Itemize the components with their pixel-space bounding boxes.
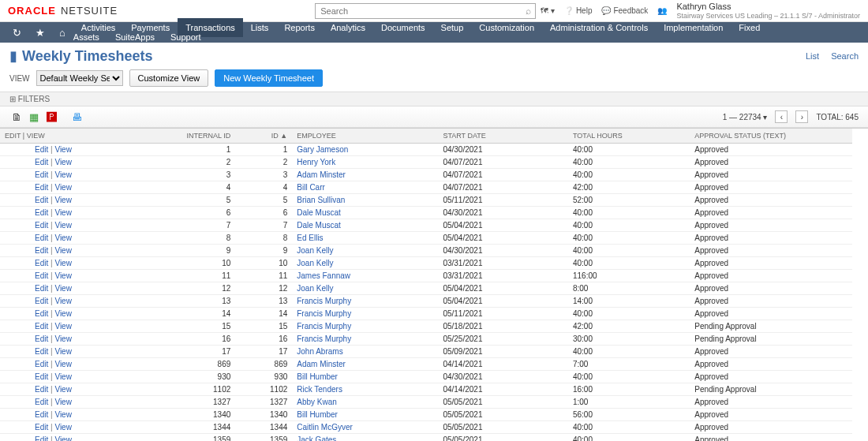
edit-link[interactable]: Edit — [35, 221, 48, 230]
edit-link[interactable]: Edit — [35, 360, 48, 368]
employee-link[interactable]: Francis Murphy — [297, 309, 351, 318]
table-scroll[interactable]: EDIT | VIEW INTERNAL ID ID ▲ EMPLOYEE ST… — [0, 128, 868, 441]
employee-link[interactable]: Dale Muscat — [297, 221, 341, 230]
view-link[interactable]: View — [54, 259, 72, 267]
home-icon[interactable]: ⌂ — [53, 27, 72, 39]
employee-link[interactable]: Francis Murphy — [297, 334, 351, 343]
prev-page-button[interactable]: ‹ — [775, 110, 788, 123]
view-select[interactable]: Default Weekly Search — [36, 70, 123, 86]
export-excel-icon[interactable]: ▦ — [27, 110, 41, 124]
view-link[interactable]: View — [54, 309, 72, 318]
employee-link[interactable]: Francis Murphy — [297, 297, 351, 305]
edit-link[interactable]: Edit — [35, 410, 48, 419]
edit-link[interactable]: Edit — [35, 435, 48, 441]
edit-link[interactable]: Edit — [35, 183, 48, 192]
employee-link[interactable]: James Fannaw — [297, 271, 350, 280]
edit-link[interactable]: Edit — [35, 196, 48, 204]
edit-link[interactable]: Edit — [35, 398, 48, 406]
employee-link[interactable]: Joan Kelly — [297, 284, 333, 293]
view-link[interactable]: View — [54, 158, 72, 166]
user-block[interactable]: Kathryn Glass Stairway Services US Leadi… — [676, 2, 860, 21]
employee-link[interactable]: Henry York — [297, 158, 335, 166]
view-link[interactable]: View — [54, 271, 72, 280]
search-link[interactable]: Search — [831, 51, 859, 61]
nav-item-analytics[interactable]: Analytics — [323, 18, 373, 37]
new-weekly-timesheet-button[interactable]: New Weekly Timesheet — [215, 69, 323, 87]
nav-item-lists[interactable]: Lists — [243, 18, 277, 37]
edit-link[interactable]: Edit — [35, 145, 48, 154]
export-pdf-icon[interactable]: 🅿 — [44, 110, 58, 124]
edit-link[interactable]: Edit — [35, 322, 48, 331]
col-internal-id[interactable]: INTERNAL ID — [130, 129, 236, 144]
edit-link[interactable]: Edit — [35, 170, 48, 179]
nav-item-implementation[interactable]: Implementation — [656, 18, 731, 37]
search-input[interactable] — [315, 3, 536, 19]
employee-link[interactable]: John Abrams — [297, 347, 342, 356]
employee-link[interactable]: Dale Muscat — [297, 208, 341, 217]
view-link[interactable]: View — [54, 435, 72, 441]
view-link[interactable]: View — [54, 183, 72, 192]
view-link[interactable]: View — [54, 334, 72, 343]
employee-link[interactable]: Abby Kwan — [297, 398, 337, 406]
view-link[interactable]: View — [54, 170, 72, 179]
view-link[interactable]: View — [54, 234, 72, 242]
edit-link[interactable]: Edit — [35, 297, 48, 305]
view-link[interactable]: View — [54, 360, 72, 368]
nav-item-reports[interactable]: Reports — [276, 18, 323, 37]
back-icon[interactable]: ↻ — [6, 27, 28, 39]
employee-link[interactable]: Bill Carr — [297, 183, 325, 192]
view-link[interactable]: View — [54, 208, 72, 217]
customize-view-button[interactable]: Customize View — [129, 69, 209, 87]
edit-link[interactable]: Edit — [35, 334, 48, 343]
nav-item-suiteapps[interactable]: SuiteApps — [107, 28, 163, 47]
employee-link[interactable]: Francis Murphy — [297, 322, 351, 331]
view-link[interactable]: View — [54, 246, 72, 255]
nav-item-administration-controls[interactable]: Administration & Controls — [542, 18, 656, 37]
edit-link[interactable]: Edit — [35, 372, 48, 381]
col-id[interactable]: ID ▲ — [235, 129, 292, 144]
edit-link[interactable]: Edit — [35, 271, 48, 280]
edit-link[interactable]: Edit — [35, 385, 48, 394]
edit-link[interactable]: Edit — [35, 246, 48, 255]
view-link[interactable]: View — [54, 410, 72, 419]
employee-link[interactable]: Joan Kelly — [297, 259, 333, 267]
employee-link[interactable]: Ed Ellis — [297, 234, 323, 242]
employee-link[interactable]: Adam Minster — [297, 170, 346, 179]
col-start-date[interactable]: START DATE — [438, 129, 568, 144]
edit-link[interactable]: Edit — [35, 347, 48, 356]
col-approval-status[interactable]: APPROVAL STATUS (TEXT) — [690, 129, 852, 144]
col-employee[interactable]: EMPLOYEE — [292, 129, 438, 144]
view-link[interactable]: View — [54, 372, 72, 381]
employee-link[interactable]: Bill Humber — [297, 372, 338, 381]
role-switcher-icon[interactable]: 👥 — [657, 6, 667, 15]
export-csv-icon[interactable]: 🗎 — [9, 110, 24, 124]
help-link[interactable]: ❔Help — [564, 6, 593, 15]
view-link[interactable]: View — [54, 385, 72, 394]
nav-item-setup[interactable]: Setup — [433, 18, 472, 37]
list-link[interactable]: List — [806, 51, 819, 61]
employee-link[interactable]: Joan Kelly — [297, 246, 333, 255]
edit-link[interactable]: Edit — [35, 423, 48, 432]
employee-link[interactable]: Brian Sullivan — [297, 196, 345, 204]
employee-link[interactable]: Adam Minster — [297, 360, 346, 368]
view-link[interactable]: View — [54, 322, 72, 331]
view-link[interactable]: View — [54, 347, 72, 356]
edit-link[interactable]: Edit — [35, 259, 48, 267]
nav-item-customization[interactable]: Customization — [471, 18, 542, 37]
nav-item-support[interactable]: Support — [163, 28, 209, 47]
col-edit-view[interactable]: EDIT | VIEW — [0, 129, 130, 144]
edit-link[interactable]: Edit — [35, 158, 48, 166]
page-range[interactable]: 1 — 22734 ▾ — [723, 113, 768, 121]
employee-link[interactable]: Rick Tenders — [297, 385, 342, 394]
view-link[interactable]: View — [54, 284, 72, 293]
feedback-link[interactable]: 💬Feedback — [601, 6, 648, 15]
edit-link[interactable]: Edit — [35, 309, 48, 318]
print-icon[interactable]: 🖶 — [69, 110, 84, 124]
view-link[interactable]: View — [54, 423, 72, 432]
search-icon[interactable]: ⌕ — [526, 6, 531, 17]
employee-link[interactable]: Caitlin McGyver — [297, 423, 353, 432]
view-link[interactable]: View — [54, 145, 72, 154]
view-link[interactable]: View — [54, 297, 72, 305]
view-link[interactable]: View — [54, 196, 72, 204]
edit-link[interactable]: Edit — [35, 284, 48, 293]
